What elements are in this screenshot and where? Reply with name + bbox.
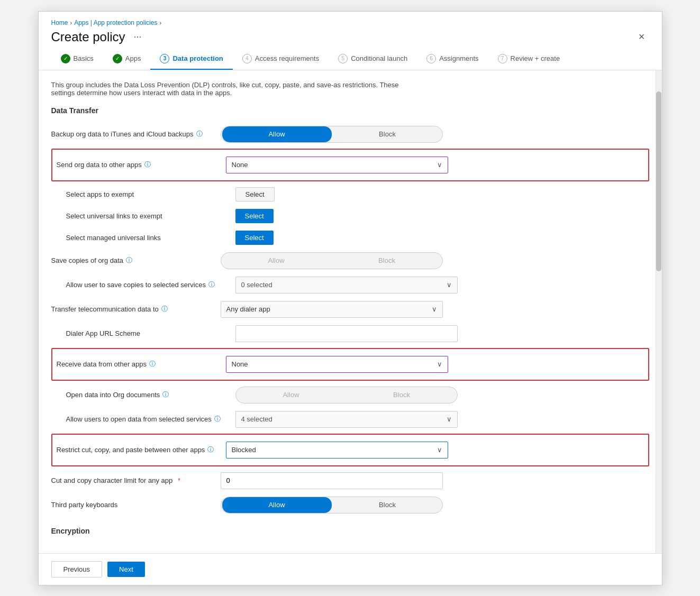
transfer-telecom-info-icon[interactable]: ⓘ [161, 305, 168, 314]
tab-apps[interactable]: ✓ Apps [103, 50, 151, 70]
backup-org-data-toggle[interactable]: Allow Block [221, 126, 443, 143]
save-copies-toggle[interactable]: Allow Block [221, 252, 443, 269]
backup-org-data-label: Backup org data to iTunes and iCloud bac… [51, 130, 221, 139]
restrict-cut-copy-label: Restrict cut, copy, and paste between ot… [57, 445, 226, 454]
select-managed-universal-label: Select managed universal links [66, 234, 235, 242]
third-party-keyboards-control: Allow Block [221, 497, 649, 514]
restrict-cut-copy-row: Restrict cut, copy, and paste between ot… [57, 438, 644, 462]
previous-button[interactable]: Previous [51, 561, 103, 577]
backup-org-data-info-icon[interactable]: ⓘ [196, 130, 203, 139]
modal-body: This group includes the Data Loss Preven… [39, 70, 662, 553]
breadcrumb-sep2: › [159, 20, 161, 26]
select-universal-links-label: Select universal links to exempt [66, 212, 235, 220]
allow-open-selected-info-icon[interactable]: ⓘ [214, 415, 221, 424]
open-data-org-label: Open data into Org documents ⓘ [66, 390, 235, 399]
receive-data-info-icon[interactable]: ⓘ [149, 360, 156, 369]
breadcrumb-apps[interactable]: Apps | App protection policies [74, 19, 157, 26]
review-create-num: 7 [498, 54, 507, 63]
ellipsis-button[interactable]: ··· [131, 30, 145, 43]
open-data-allow-btn[interactable]: Allow [236, 387, 347, 403]
title-row: Create policy ··· × [51, 30, 649, 44]
save-copies-control: Allow Block [221, 252, 649, 269]
open-data-block-btn[interactable]: Block [347, 387, 457, 403]
receive-data-row: Receive data from other apps ⓘ None ∨ [57, 352, 644, 377]
select-universal-links-control: Select [235, 209, 649, 223]
tab-data-protection-label: Data protection [172, 54, 223, 62]
send-org-data-control: None ∨ [226, 157, 644, 173]
open-data-org-row: Open data into Org documents ⓘ Allow Blo… [51, 383, 649, 407]
dialer-app-url-input[interactable] [235, 325, 458, 342]
breadcrumb-home[interactable]: Home [51, 19, 68, 26]
third-party-allow-btn[interactable]: Allow [222, 497, 332, 513]
select-apps-exempt-row: Select apps to exempt Select [51, 184, 649, 205]
open-data-org-toggle[interactable]: Allow Block [235, 387, 458, 404]
restrict-cut-copy-chevron-icon: ∨ [437, 446, 442, 454]
save-copies-info-icon[interactable]: ⓘ [126, 256, 132, 265]
tab-assignments[interactable]: 6 Assignments [417, 50, 488, 70]
backup-allow-btn[interactable]: Allow [222, 126, 332, 142]
tab-access-requirements[interactable]: 4 Access requirements [233, 50, 329, 70]
select-apps-exempt-button[interactable]: Select [235, 187, 275, 201]
modal-header: Home › Apps | App protection policies › … [39, 12, 662, 70]
allow-user-save-dropdown[interactable]: 0 selected ∨ [235, 277, 458, 294]
allow-user-save-info-icon[interactable]: ⓘ [208, 280, 215, 289]
save-copies-block-btn[interactable]: Block [332, 253, 442, 269]
assignments-num: 6 [426, 54, 436, 63]
allow-user-save-value: 0 selected [241, 281, 272, 289]
cut-copy-char-limit-input[interactable] [221, 472, 443, 489]
receive-data-outlined-row: Receive data from other apps ⓘ None ∨ [51, 348, 649, 381]
data-protection-num: 3 [160, 54, 169, 63]
send-org-data-chevron-icon: ∨ [437, 161, 442, 169]
cut-copy-char-limit-label: Cut and copy character limit for any app… [51, 476, 221, 484]
transfer-telecom-chevron-icon: ∨ [432, 305, 437, 313]
receive-data-label: Receive data from other apps ⓘ [57, 360, 226, 369]
select-managed-universal-row: Select managed universal links Select [51, 227, 649, 249]
receive-data-dropdown[interactable]: None ∨ [226, 356, 448, 373]
tab-conditional-launch[interactable]: 5 Conditional launch [329, 50, 417, 70]
send-org-data-outlined-row: Send org data to other apps ⓘ None ∨ [51, 149, 649, 181]
scrollbar-thumb[interactable] [656, 91, 661, 271]
open-data-org-info-icon[interactable]: ⓘ [162, 390, 169, 399]
allow-open-selected-label: Allow users to open data from selected s… [66, 415, 235, 424]
dialer-app-url-control [235, 325, 649, 342]
tab-data-protection[interactable]: 3 Data protection [150, 50, 232, 70]
tabs-container: ✓ Basics ✓ Apps 3 Data protection 4 Acce… [51, 50, 649, 70]
send-org-data-value: None [232, 161, 248, 169]
tab-review-create[interactable]: 7 Review + create [488, 50, 570, 70]
tab-review-create-label: Review + create [511, 54, 560, 62]
tab-basics[interactable]: ✓ Basics [51, 50, 103, 70]
third-party-keyboards-toggle[interactable]: Allow Block [221, 497, 443, 514]
allow-open-selected-dropdown[interactable]: 4 selected ∨ [235, 411, 458, 428]
transfer-telecom-dropdown[interactable]: Any dialer app ∨ [221, 301, 443, 318]
backup-block-btn[interactable]: Block [333, 126, 442, 142]
modal-container: Home › Apps | App protection policies › … [38, 11, 662, 585]
tab-conditional-launch-label: Conditional launch [351, 54, 407, 62]
next-button[interactable]: Next [107, 562, 145, 577]
open-data-org-control: Allow Block [235, 387, 649, 404]
breadcrumb-sep1: › [70, 20, 72, 26]
select-universal-links-button[interactable]: Select [235, 209, 274, 223]
modal-footer: Previous Next [39, 553, 662, 585]
select-managed-universal-control: Select [235, 231, 649, 245]
send-org-data-info-icon[interactable]: ⓘ [144, 160, 151, 169]
restrict-cut-copy-info-icon[interactable]: ⓘ [207, 445, 214, 454]
select-universal-links-row: Select universal links to exempt Select [51, 205, 649, 227]
cut-copy-char-limit-control [221, 472, 649, 489]
dialer-app-url-label: Dialer App URL Scheme [66, 329, 235, 337]
select-managed-universal-button[interactable]: Select [235, 231, 274, 245]
save-copies-allow-btn[interactable]: Allow [221, 253, 332, 269]
close-button[interactable]: × [634, 30, 649, 44]
receive-data-control: None ∨ [226, 356, 644, 373]
allow-user-save-chevron-icon: ∨ [447, 281, 452, 289]
save-copies-label: Save copies of org data ⓘ [51, 256, 221, 265]
third-party-keyboards-label: Third party keyboards [51, 501, 221, 509]
restrict-cut-copy-outlined-row: Restrict cut, copy, and paste between ot… [51, 434, 649, 466]
scrollbar[interactable] [656, 70, 662, 553]
dialer-app-url-row: Dialer App URL Scheme [51, 322, 649, 346]
restrict-cut-copy-dropdown[interactable]: Blocked ∨ [226, 442, 448, 459]
send-org-data-dropdown[interactable]: None ∨ [226, 157, 448, 173]
allow-open-selected-control: 4 selected ∨ [235, 411, 649, 428]
allow-open-selected-chevron-icon: ∨ [447, 415, 452, 423]
breadcrumb: Home › Apps | App protection policies › [51, 19, 649, 26]
third-party-block-btn[interactable]: Block [333, 497, 442, 513]
